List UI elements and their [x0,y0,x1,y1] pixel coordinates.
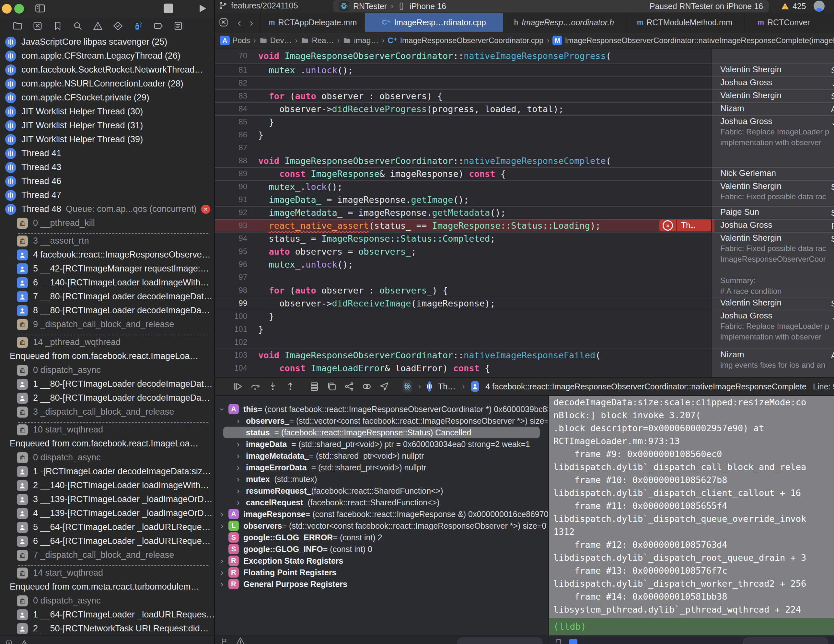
breadcrumb-item[interactable]: MImageResponseObserverCoordinator::nativ… [553,36,834,45]
disclosure-closed-icon[interactable]: › [219,521,225,531]
blame-row[interactable]: Valentin SherginSFabric: Fixed possible … [712,180,834,206]
stack-frame-row[interactable]: 3 __assert_rtn [0,234,214,248]
stack-frame-row[interactable]: 1 __64-[RCTImageLoader _loadURLReques… [0,608,214,621]
thread-row[interactable]: Thread 41 [0,147,214,160]
blame-row[interactable]: Joshua GrossJFabric: Replace ImageLoader… [712,310,834,349]
disclosure-closed-icon[interactable]: › [219,579,225,589]
thread-row[interactable]: com.apple.CFStream.LegacyThread (26) [0,49,214,63]
variable-row[interactable]: ›imageErrorData_ = (std::shared_ptr<void… [215,462,548,473]
thread-row[interactable]: com.apple.CFSocket.private (29) [0,91,214,105]
tab-imageresp-oordinator-h[interactable]: hImageResp…oordinator.h [503,13,625,32]
stack-frame-row[interactable]: 5 __42-[RCTImageManager requestImage:… [0,262,214,276]
console-scope-icon[interactable] [569,639,577,644]
test-navigator[interactable] [112,19,124,32]
tab-rctconver[interactable]: mRCTConver [744,13,823,32]
forward-icon[interactable]: › [249,16,253,29]
flag-icon[interactable] [221,639,228,644]
view-hierarchy-button[interactable] [309,380,320,393]
breadcrumb-item[interactable]: APods [220,36,250,45]
stack-frame-row[interactable]: 14 _pthread_wqthread [0,335,214,349]
thread-row[interactable]: Thread 48Queue: com.ap...qos (concurrent… [0,202,214,216]
find-navigator[interactable] [71,19,84,32]
disclosure-closed-icon[interactable]: › [219,556,225,566]
console-view[interactable]: decodeImageData:size:scale:clipped:resiz… [548,396,834,644]
stack-frame-row[interactable]: 0 __pthread_kill [0,216,214,230]
stack-frame-row[interactable]: 4 facebook::react::ImageResponseObserve… [0,248,214,262]
thread-icon[interactable] [427,381,432,392]
blame-row[interactable]: Valentin SherginS [712,89,834,102]
zoom-button[interactable] [14,4,24,14]
tab-overview-icon[interactable] [218,17,229,28]
variable-row[interactable]: ›RFloating Point Registers [215,567,548,578]
thread-row[interactable]: JIT Worklist Helper Thread (30) [0,105,214,119]
warning-count[interactable]: 425 [780,1,806,11]
tab-rctmodulemethod-mm[interactable]: mRCTModuleMethod.mm [625,13,744,32]
tab-rctappdelegate-mm[interactable]: mRCTAppDelegate.mm [260,13,365,32]
variable-row[interactable]: ›RGeneral Purpose Registers [215,578,548,590]
scheme-chip[interactable]: RNTester › iPhone 16 Paused RNTester on … [333,0,769,12]
stack-frame-row[interactable]: 7 _dispatch_call_block_and_release [0,548,214,562]
react-target-icon[interactable] [403,380,412,392]
blame-row[interactable]: Valentin SherginSFabric: Fixed possible … [712,232,834,297]
variables-filter-field[interactable] [457,638,542,644]
simulate-location-button[interactable] [379,380,390,393]
warning-filter-icon[interactable] [19,639,30,644]
runtime-issues-button[interactable] [361,380,372,393]
disclosure-closed-icon[interactable]: › [235,497,241,508]
variable-row[interactable]: ›resumeRequest_ (facebook::react::Shared… [215,485,548,497]
console-filter-field[interactable] [743,638,828,644]
blame-row[interactable]: Joshua GrossF [712,219,834,232]
thread-row[interactable]: com.facebook.SocketRocket.NetworkThread… [0,63,214,77]
variable-row[interactable]: ›Athis = (const facebook::react::ImageRe… [215,403,548,415]
blame-row[interactable]: Valentin SherginS [712,297,834,310]
run-button[interactable] [196,2,208,15]
blame-row[interactable]: Paige SunS [712,206,834,219]
variable-row[interactable]: ›Lobservers = (std::vector<const faceboo… [215,520,548,532]
breakpoints-navigator[interactable] [152,19,165,32]
thread-row[interactable]: Thread 46 [0,174,214,188]
breadcrumb-item[interactable]: Rea… [301,36,334,45]
thread-row[interactable]: JIT Worklist Helper Thread (39) [0,132,214,147]
disclosure-closed-icon[interactable]: › [235,439,241,449]
memory-graph-button[interactable] [326,380,337,393]
blame-row[interactable]: Joshua GrossJFabric: Replace ImageLoader… [712,115,834,167]
stack-frame-row[interactable]: 10 start_wqthread [0,423,214,437]
stack-frame-row[interactable]: 3 __139-[RCTImageLoader _loadImageOrD… [0,492,214,506]
blame-row[interactable]: NizamA [712,102,834,115]
stop-button[interactable] [163,3,174,14]
stack-frame-row[interactable]: 6 __140-[RCTImageLoader loadImageWith… [0,276,214,290]
variable-row[interactable]: Sgoogle::GLOG_INFO = (const int) 0 [215,543,548,555]
warning-small-icon[interactable] [235,639,246,644]
variable-row[interactable]: ›observers_ = (std::vector<const faceboo… [215,415,548,427]
step-into-button[interactable] [267,380,278,393]
debug-navigator[interactable] [131,19,144,32]
stack-frame-row[interactable]: 6 __64-[RCTImageLoader _loadURLReque… [0,534,214,548]
avatar[interactable] [814,1,824,12]
reports-navigator[interactable] [172,19,185,32]
stack-frame-row[interactable]: 1 __80-[RCTImageLoader decodeImageDat… [0,377,214,391]
stack-frame-row[interactable]: 14 start_wqthread [0,566,214,580]
thread-row[interactable]: JavaScriptCore libpas scavenger (25) [0,35,214,49]
disclosure-closed-icon[interactable]: › [235,486,241,496]
variable-row[interactable]: status_ = (facebook::react::ImageRespons… [215,427,548,438]
stack-frame-row[interactable]: 4 __139-[RCTImageLoader _loadImageOrD… [0,506,214,520]
variable-row[interactable]: Sgoogle::GLOG_ERROR = (const int) 2 [215,532,548,543]
back-icon[interactable]: ‹ [238,16,241,29]
stack-frame-row[interactable]: 2 __80-[RCTImageLoader decodeImageDa… [0,391,214,405]
stack-frame-row[interactable]: 0 dispatch_async [0,594,214,608]
environment-overrides-button[interactable] [344,380,355,393]
project-navigator[interactable] [11,19,24,32]
source-control-navigator[interactable] [31,19,44,32]
variable-row[interactable]: ›AimageResponse = (const facebook::react… [215,508,548,520]
variable-row[interactable]: ›cancelRequest_ (facebook::react::Shared… [215,497,548,508]
blame-row[interactable]: Nick Gerleman [712,167,834,180]
thread-row[interactable]: JIT Worklist Helper Thread (31) [0,119,214,132]
toggle-sidebar-icon[interactable] [34,3,47,14]
lldb-prompt-line[interactable]: (lldb) [549,618,834,635]
continue-button[interactable] [232,380,243,393]
variable-row[interactable]: ›RException State Registers [215,555,548,567]
stack-frame-row[interactable]: 8 __80-[RCTImageLoader decodeImageDa… [0,303,214,318]
breadcrumb-item[interactable]: Dev… [259,36,292,45]
trash-icon[interactable] [555,639,562,644]
variable-row[interactable]: ›imageMetadata_ = (std::shared_ptr<void>… [215,450,548,462]
